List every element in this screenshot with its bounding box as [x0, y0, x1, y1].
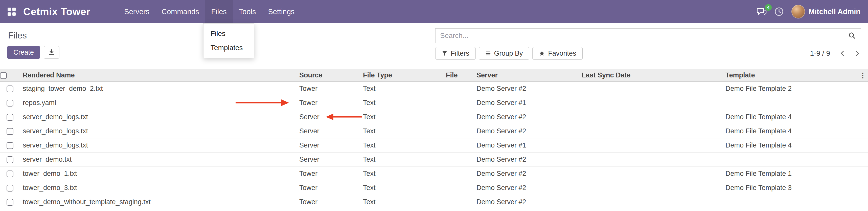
cell-rendered_name: tower_demo_1.txt [20, 167, 296, 181]
files-list-table: Rendered NameSourceFile TypeFileServerLa… [0, 69, 868, 209]
messages-icon[interactable]: 4 [757, 7, 767, 16]
user-menu[interactable]: Mitchell Admin [792, 5, 860, 19]
cell-file [443, 124, 473, 139]
cell-file [443, 195, 473, 209]
user-name: Mitchell Admin [809, 8, 860, 16]
cell-rendered_name: tower_demo_without_template_staging.txt [20, 195, 296, 209]
row-spacer-cell [859, 96, 868, 110]
row-checkbox[interactable] [7, 128, 13, 135]
dropdown-item-files[interactable]: Files [204, 27, 254, 41]
column-header-file_type[interactable]: File Type [360, 69, 443, 82]
menu-settings[interactable]: Settings [262, 0, 301, 23]
apps-grid-icon[interactable] [8, 8, 16, 16]
row-checkbox[interactable] [7, 156, 13, 163]
funnel-icon [442, 50, 448, 56]
table-row[interactable]: staging_tower_demo_2.txtTowerTextDemo Se… [0, 82, 868, 96]
row-spacer-cell [859, 139, 868, 153]
messages-count-badge: 4 [765, 4, 772, 11]
cell-template: Demo File Template 1 [722, 167, 859, 181]
top-navbar: Cetmix Tower Servers Commands Files Tool… [0, 0, 868, 23]
cell-template: Demo File Template 2 [722, 82, 859, 96]
cell-source: Tower [296, 167, 360, 181]
cell-file_type: Text [360, 110, 443, 124]
cell-template: Demo File Template 4 [722, 124, 859, 139]
row-checkbox[interactable] [7, 100, 13, 107]
row-select-cell [0, 110, 20, 124]
select-all-header [0, 69, 20, 82]
cell-last_sync_date [579, 181, 722, 195]
row-spacer-cell [859, 153, 868, 167]
create-button-label: Create [13, 49, 34, 56]
row-spacer-cell [859, 110, 868, 124]
table-row[interactable]: server_demo_logs.txtServerTextDemo Serve… [0, 139, 868, 153]
menu-tools[interactable]: Tools [233, 0, 262, 23]
column-header-server[interactable]: Server [473, 69, 579, 82]
table-row[interactable]: tower_demo_without_template_staging.txtT… [0, 195, 868, 209]
row-checkbox[interactable] [7, 199, 13, 206]
row-select-cell [0, 96, 20, 110]
column-header-last_sync_date[interactable]: Last Sync Date [579, 69, 722, 82]
column-header-template[interactable]: Template [722, 69, 859, 82]
table-row[interactable]: tower_demo_1.txtTowerTextDemo Server #2D… [0, 167, 868, 181]
pager-previous-icon[interactable] [839, 50, 846, 57]
column-header-source[interactable]: Source [296, 69, 360, 82]
cell-rendered_name: server_demo_logs.txt [20, 139, 296, 153]
row-checkbox[interactable] [7, 86, 13, 92]
cell-last_sync_date [579, 96, 722, 110]
control-panel-left: Files Create [7, 28, 59, 59]
navbar-right: 4 Mitchell Admin [757, 5, 860, 19]
row-spacer-cell [859, 82, 868, 96]
column-options-header[interactable]: ⋮ [859, 69, 868, 82]
search-options: Filters Group By Favorites [435, 47, 583, 60]
clock-icon [774, 7, 784, 17]
favorites-button-label: Favorites [548, 50, 576, 57]
files-menu-dropdown: Files Templates [203, 23, 254, 58]
export-button[interactable] [44, 46, 59, 59]
cell-template [722, 153, 859, 167]
download-icon [48, 49, 55, 56]
filters-button[interactable]: Filters [435, 47, 476, 60]
menu-commands[interactable]: Commands [155, 0, 205, 23]
create-button[interactable]: Create [7, 46, 40, 59]
table-row[interactable]: server_demo.txtServerTextDemo Server #2 [0, 153, 868, 167]
row-checkbox[interactable] [7, 185, 13, 191]
row-checkbox[interactable] [7, 142, 13, 149]
control-panel-right: Filters Group By Favorites 1-9 / 9 [435, 28, 861, 60]
cell-source: Server [296, 139, 360, 153]
search-bar [435, 28, 861, 43]
cell-server: Demo Server #2 [473, 124, 579, 139]
cell-server: Demo Server #1 [473, 139, 579, 153]
cell-template: Demo File Template 4 [722, 139, 859, 153]
menu-files[interactable]: Files [205, 0, 233, 23]
pager-next-icon[interactable] [853, 50, 861, 57]
activities-icon[interactable] [774, 7, 784, 17]
search-input[interactable] [440, 32, 848, 40]
pager-range: 1-9 / 9 [810, 49, 830, 57]
cell-last_sync_date [579, 195, 722, 209]
cell-source: Server [296, 124, 360, 139]
dropdown-item-templates[interactable]: Templates [204, 41, 254, 55]
cell-server: Demo Server #2 [473, 167, 579, 181]
main-menu: Servers Commands Files Tools Settings [118, 0, 301, 23]
favorites-button[interactable]: Favorites [532, 47, 583, 60]
select-all-checkbox[interactable] [0, 72, 7, 79]
column-header-file[interactable]: File [443, 69, 473, 82]
page-title: Files [8, 30, 59, 40]
table-row[interactable]: tower_demo_3.txtTowerTextDemo Server #2D… [0, 181, 868, 195]
table-row[interactable]: server_demo_logs.txtServerTextDemo Serve… [0, 110, 868, 124]
search-icon[interactable] [848, 32, 856, 40]
group-by-button[interactable]: Group By [479, 47, 529, 60]
cell-file [443, 110, 473, 124]
column-header-rendered_name[interactable]: Rendered Name [20, 69, 296, 82]
menu-servers[interactable]: Servers [118, 0, 155, 23]
filters-button-label: Filters [451, 50, 469, 57]
row-checkbox[interactable] [7, 171, 13, 177]
table-row[interactable]: repos.yamlTowerTextDemo Server #1 [0, 96, 868, 110]
row-checkbox[interactable] [7, 114, 13, 121]
app-brand[interactable]: Cetmix Tower [23, 6, 90, 18]
cell-file_type: Text [360, 139, 443, 153]
cell-rendered_name: tower_demo_3.txt [20, 181, 296, 195]
table-header-row: Rendered NameSourceFile TypeFileServerLa… [0, 69, 868, 82]
table-row[interactable]: server_demo_logs.txtServerTextDemo Serve… [0, 124, 868, 139]
cell-file_type: Text [360, 195, 443, 209]
